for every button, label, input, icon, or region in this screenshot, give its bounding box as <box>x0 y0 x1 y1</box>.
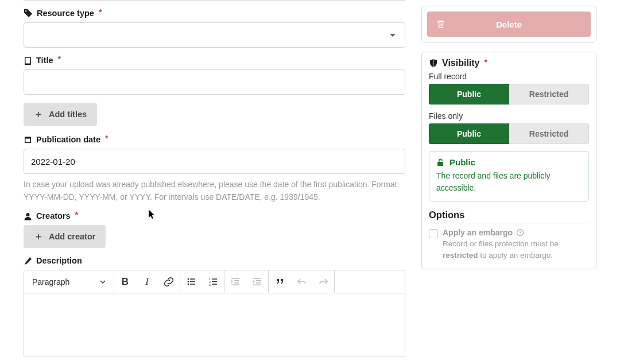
indent-button[interactable] <box>246 270 268 293</box>
pub-date-input[interactable] <box>24 149 405 174</box>
visibility-status: Public The record and files are publicly… <box>429 151 589 202</box>
redo-button[interactable] <box>312 270 334 293</box>
description-label-text: Description <box>36 256 82 265</box>
add-creator-button[interactable]: ＋ Add creator <box>24 225 106 248</box>
description-textarea[interactable] <box>24 293 405 357</box>
delete-button-label: Delete <box>496 20 522 29</box>
svg-rect-11 <box>212 281 217 282</box>
required-asterisk: * <box>58 55 61 64</box>
svg-rect-20 <box>253 285 261 286</box>
bold-button[interactable]: B <box>114 270 136 293</box>
add-creator-label: Add creator <box>49 232 95 241</box>
files-only-restricted[interactable]: Restricted <box>509 123 589 144</box>
options-title: Options <box>429 210 589 220</box>
full-record-label: Full record <box>429 72 589 81</box>
required-asterisk: * <box>99 7 102 17</box>
number-list-button[interactable]: 123 <box>202 270 224 293</box>
description-field: Description Paragraph B I <box>24 256 405 357</box>
svg-rect-4 <box>190 279 195 280</box>
shield-icon <box>429 59 438 68</box>
calendar-icon <box>24 135 32 144</box>
embargo-checkbox[interactable] <box>429 229 438 238</box>
svg-rect-19 <box>256 282 261 284</box>
outdent-button[interactable] <box>224 270 246 293</box>
svg-rect-5 <box>190 281 195 282</box>
resource-type-field: Resource type * <box>24 9 405 48</box>
embargo-label: Apply an embargo <box>443 228 589 237</box>
add-titles-label: Add titles <box>49 110 87 119</box>
visibility-status-title-text: Public <box>450 157 475 167</box>
svg-text:3: 3 <box>209 283 211 286</box>
visibility-title-text: Visibility <box>442 58 480 68</box>
embargo-option: Apply an embargo Record or files protect… <box>429 228 589 261</box>
chevron-down-icon <box>100 277 106 286</box>
visibility-title: Visibility * <box>429 58 589 68</box>
heading-dropdown[interactable]: Paragraph <box>24 277 114 286</box>
pub-date-label: Publication date * <box>24 135 405 144</box>
svg-point-3 <box>187 284 189 285</box>
link-button[interactable] <box>158 270 180 293</box>
full-record-restricted[interactable]: Restricted <box>509 84 589 104</box>
user-icon <box>24 212 32 220</box>
pub-date-help: In case your upload was already publishe… <box>24 179 405 203</box>
tag-icon <box>24 9 33 18</box>
title-field: Title * <box>24 56 405 95</box>
required-asterisk: * <box>75 210 78 219</box>
delete-card: Delete <box>421 6 596 42</box>
blockquote-button[interactable] <box>269 270 290 293</box>
italic-button[interactable]: I <box>136 270 158 293</box>
editor-toolbar: Paragraph B I <box>24 270 405 293</box>
files-only-toggle: Public Restricted <box>429 123 589 144</box>
creators-field: Creators * ＋ Add creator <box>24 211 405 248</box>
title-label-text: Title <box>36 56 53 65</box>
section-divider <box>24 0 405 1</box>
options-divider <box>429 223 589 223</box>
heading-dropdown-label: Paragraph <box>32 277 69 286</box>
svg-point-0 <box>26 213 30 216</box>
resource-type-label: Resource type * <box>24 9 405 18</box>
svg-point-2 <box>187 281 189 282</box>
full-record-public[interactable]: Public <box>429 84 509 104</box>
description-label: Description <box>24 256 405 265</box>
pencil-icon <box>24 257 32 265</box>
delete-button[interactable]: Delete <box>427 11 591 37</box>
files-only-label: Files only <box>429 111 589 121</box>
description-editor: Paragraph B I <box>24 270 405 357</box>
book-icon <box>24 56 32 65</box>
plus-icon: ＋ <box>34 110 43 119</box>
visibility-card: Visibility * Full record Public Restrict… <box>421 52 596 269</box>
embargo-help: Record or files protection must be restr… <box>443 238 589 261</box>
clock-icon <box>516 229 524 237</box>
title-input[interactable] <box>24 69 405 95</box>
bullet-list-button[interactable] <box>180 270 202 293</box>
svg-rect-14 <box>234 280 239 281</box>
title-label: Title * <box>24 56 405 65</box>
svg-rect-6 <box>190 284 195 285</box>
svg-rect-15 <box>234 282 239 284</box>
svg-rect-16 <box>231 285 239 286</box>
svg-rect-13 <box>231 278 239 279</box>
trash-icon <box>436 20 445 29</box>
svg-rect-17 <box>253 278 261 279</box>
files-only-public[interactable]: Public <box>429 123 509 144</box>
required-asterisk: * <box>105 134 108 143</box>
required-asterisk: * <box>485 57 487 67</box>
pub-date-field: Publication date * In case your upload w… <box>24 135 405 203</box>
resource-type-label-text: Resource type <box>37 9 94 18</box>
undo-button[interactable] <box>290 270 312 293</box>
pub-date-label-text: Publication date <box>36 135 100 144</box>
plus-icon: ＋ <box>34 232 43 241</box>
visibility-status-title: Public <box>436 157 582 167</box>
full-record-toggle: Public Restricted <box>429 84 589 104</box>
chevron-down-icon <box>390 34 396 37</box>
svg-rect-18 <box>256 280 261 281</box>
svg-rect-10 <box>212 279 217 280</box>
visibility-status-body: The record and files are publicly access… <box>436 170 582 194</box>
unlock-icon <box>436 158 445 166</box>
svg-point-1 <box>187 278 189 280</box>
svg-rect-12 <box>212 284 217 285</box>
creators-label-text: Creators <box>36 211 71 220</box>
resource-type-select[interactable] <box>24 22 405 48</box>
add-titles-button[interactable]: ＋ Add titles <box>24 103 97 126</box>
creators-label: Creators * <box>24 211 405 220</box>
